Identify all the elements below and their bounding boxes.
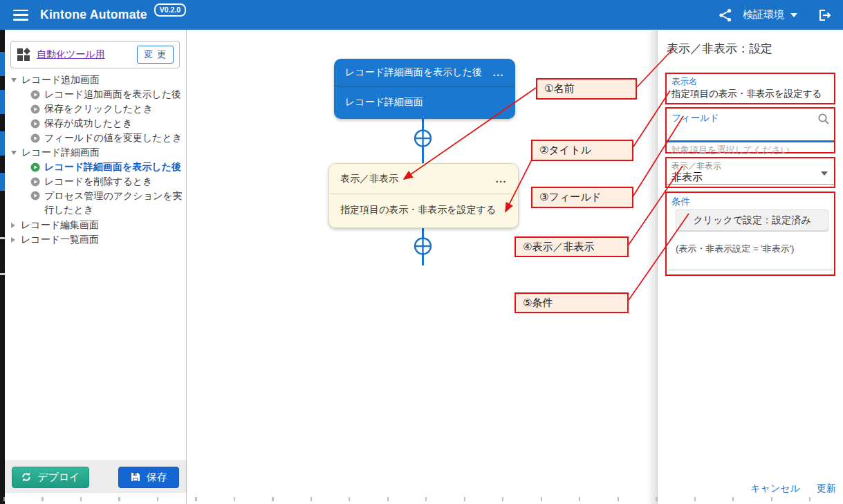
panel-actions: キャンセル 更新 (750, 483, 836, 495)
display-name-value[interactable]: 指定項目の表示・非表示を設定する (671, 88, 822, 100)
action-node-title: 表示／非表示 (340, 173, 398, 185)
collapsed-nav-rail[interactable] (0, 30, 5, 504)
cancel-button[interactable]: キャンセル (750, 483, 800, 495)
change-app-button[interactable]: 変 更 (137, 46, 174, 64)
input-underline (668, 270, 833, 270)
canvas-scrollbar[interactable] (647, 30, 657, 504)
app-title: Kintone Automate (40, 8, 147, 22)
trigger-node-subtitle: レコード詳細画面 (345, 96, 423, 109)
logout-icon[interactable] (817, 8, 832, 23)
tree-group-record-list[interactable]: レコード一覧画面 (5, 232, 186, 247)
sidebar-footer: デプロイ 保存 (5, 461, 186, 493)
display-name-field: 表示名 指定項目の表示・非表示を設定する (665, 73, 835, 104)
chevron-down-icon[interactable] (790, 13, 797, 17)
tree-item[interactable]: 保存をクリックしたとき (5, 102, 186, 116)
event-play-icon (30, 90, 40, 100)
field-placeholder[interactable]: 対象項目を選択してください (671, 144, 790, 156)
menu-icon[interactable] (13, 10, 28, 21)
more-options-icon[interactable]: ... (496, 174, 507, 185)
panel-title: 表示／非表示：設定 (667, 41, 772, 57)
tree-group-record-edit[interactable]: レコード編集画面 (5, 218, 186, 232)
annotation-condition: ⑤条件 (515, 292, 629, 313)
visibility-value: 非表示 (671, 171, 703, 184)
settings-panel: 表示／非表示：設定 表示名 指定項目の表示・非表示を設定する フィールド 対象項… (657, 30, 843, 504)
trigger-node[interactable]: レコード詳細画面を表示した後 ... レコード詳細画面 (334, 59, 515, 119)
more-options-icon[interactable]: ... (493, 67, 504, 78)
tree-item[interactable]: レコードを削除するとき (5, 174, 186, 189)
sidebar: 自動化ツール用 変 更 レコード追加画面 レコード追加画面を表示した後 保存をク… (5, 30, 187, 504)
display-name-label: 表示名 (671, 76, 698, 88)
save-button[interactable]: 保存 (118, 467, 179, 488)
floppy-disk-icon (130, 472, 141, 483)
caret-down-icon (11, 78, 17, 82)
environment-selector[interactable]: 検証環境 (743, 8, 784, 21)
dropdown-caret-icon (821, 171, 828, 176)
action-node-subtitle: 指定項目の表示・非表示を設定する (340, 204, 496, 216)
caret-right-icon (11, 223, 15, 228)
add-step-button[interactable] (415, 239, 431, 254)
condition-set-button[interactable]: クリックで設定：設定済み (676, 209, 828, 231)
tree-group-record-add[interactable]: レコード追加画面 (5, 73, 186, 87)
tree-item[interactable]: プロセス管理のアクションを実行したとき (5, 189, 186, 218)
event-play-icon (30, 133, 40, 143)
condition-label: 条件 (671, 196, 690, 208)
search-icon[interactable] (817, 113, 830, 125)
tree-item[interactable]: フィールドの値を変更したとき (5, 131, 186, 145)
input-underline (667, 140, 834, 142)
field-select-field: フィールド 対象項目を選択してください (665, 107, 835, 153)
sync-icon (21, 472, 32, 483)
visibility-select[interactable]: 表示／非表示 非表示 (665, 157, 835, 188)
tree-group-record-detail[interactable]: レコード詳細画面 (5, 145, 186, 160)
share-icon[interactable] (718, 8, 733, 23)
caret-right-icon (11, 237, 15, 243)
action-node[interactable]: 表示／非表示 ... 指定項目の表示・非表示を設定する (328, 163, 519, 228)
add-step-button[interactable] (415, 131, 431, 147)
event-play-icon (30, 104, 40, 114)
annotation-visibility: ④表示／非表示 (515, 236, 629, 257)
version-badge: V0.2.0 (154, 3, 186, 17)
flow-canvas[interactable]: レコード詳細画面を表示した後 ... レコード詳細画面 表示／非表示 ... 指… (187, 30, 657, 504)
event-tree: レコード追加画面 レコード追加画面を表示した後 保存をクリックしたとき 保存が成… (5, 73, 186, 247)
event-play-icon (30, 177, 40, 187)
tree-item-selected[interactable]: レコード詳細画面を表示した後 (5, 160, 186, 174)
app-selector: 自動化ツール用 変 更 (10, 41, 180, 68)
update-button[interactable]: 更新 (817, 483, 836, 495)
input-underline (667, 184, 834, 185)
annotation-name: ①名前 (536, 78, 637, 100)
condition-field: 条件 クリックで設定：設定済み (表示・非表示設定 = '非表示') (665, 192, 835, 276)
field-label: フィールド (671, 112, 719, 124)
event-play-icon-active (30, 162, 40, 172)
annotation-title: ②タイトル (531, 140, 633, 161)
deploy-button[interactable]: デプロイ (12, 467, 89, 488)
app-name-link[interactable]: 自動化ツール用 (37, 48, 105, 61)
event-play-icon (30, 191, 40, 200)
event-play-icon (30, 119, 40, 129)
top-app-bar: Kintone Automate V0.2.0 検証環境 (0, 0, 843, 30)
condition-summary: (表示・非表示設定 = '非表示') (676, 243, 794, 255)
app-grid-icon (17, 48, 32, 62)
trigger-node-title: レコード詳細画面を表示した後 (345, 66, 482, 79)
caret-down-icon (11, 151, 17, 155)
tree-item[interactable]: レコード追加画面を表示した後 (5, 87, 186, 102)
annotation-field: ③フィールド (531, 187, 633, 208)
tree-item[interactable]: 保存が成功したとき (5, 116, 186, 131)
